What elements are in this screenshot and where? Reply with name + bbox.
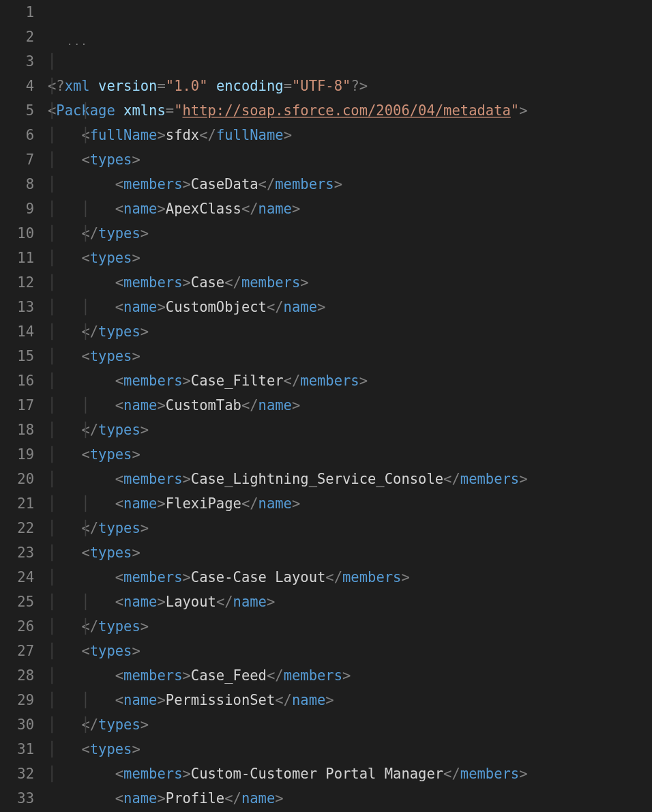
line-number: 9: [0, 197, 34, 221]
code-line[interactable]: </types>: [48, 418, 652, 442]
code-line[interactable]: <fullName>sfdx</fullName>: [48, 123, 652, 147]
code-line[interactable]: <Package xmlns="http://soap.sforce.com/2…: [48, 98, 652, 123]
code-line[interactable]: <types>: [48, 737, 652, 762]
line-number: 18: [0, 418, 34, 442]
line-number: 20: [0, 467, 34, 491]
line-number: 5: [0, 98, 34, 123]
code-content[interactable]: <?xml version="1.0" encoding="UTF-8"?><P…: [48, 74, 652, 812]
line-number: 4: [0, 74, 34, 98]
line-number: 14: [0, 319, 34, 344]
code-line[interactable]: <members>Case_Feed</members>: [48, 663, 652, 688]
code-line[interactable]: </types>: [48, 221, 652, 246]
code-line[interactable]: <name>PermissionSet</name>: [48, 688, 652, 712]
code-line[interactable]: <name>Layout</name>: [48, 590, 652, 614]
line-number: 13: [0, 295, 34, 319]
line-number: 17: [0, 393, 34, 418]
line-number: 31: [0, 737, 34, 762]
line-number-gutter: 1234567891011121314151617181920212223242…: [0, 0, 48, 812]
code-area[interactable]: │ │ │ │ │ │ │ │ │ │ │ │ │ │ │ │ │ │ │ │ …: [48, 0, 652, 812]
code-line[interactable]: <types>: [48, 246, 652, 270]
line-number: 12: [0, 270, 34, 295]
code-line[interactable]: <members>Case-Case Layout</members>: [48, 565, 652, 590]
line-number: 11: [0, 246, 34, 270]
code-line[interactable]: <members>CaseData</members>: [48, 172, 652, 197]
line-number: 2: [0, 25, 34, 49]
line-number: 3: [0, 49, 34, 74]
code-line[interactable]: <name>CustomObject</name>: [48, 295, 652, 319]
line-number: 28: [0, 663, 34, 688]
line-number: 6: [0, 123, 34, 147]
line-number: 27: [0, 639, 34, 663]
line-number: 23: [0, 540, 34, 565]
line-number: 24: [0, 565, 34, 590]
code-line[interactable]: <?xml version="1.0" encoding="UTF-8"?>: [48, 74, 652, 98]
code-line[interactable]: <members>Custom-Customer Portal Manager<…: [48, 762, 652, 786]
line-number: 25: [0, 590, 34, 614]
code-line[interactable]: <types>: [48, 147, 652, 172]
line-number: 32: [0, 762, 34, 786]
code-line[interactable]: <types>: [48, 639, 652, 663]
code-line[interactable]: <types>: [48, 442, 652, 467]
code-line[interactable]: </types>: [48, 614, 652, 639]
fold-indicator-icon: ···: [67, 40, 88, 49]
code-line[interactable]: <name>CustomTab</name>: [48, 393, 652, 418]
code-line[interactable]: <name>ApexClass</name>: [48, 197, 652, 221]
line-number: 15: [0, 344, 34, 368]
code-line[interactable]: <members>Case_Filter</members>: [48, 368, 652, 393]
line-number: 29: [0, 688, 34, 712]
code-line[interactable]: <members>Case</members>: [48, 270, 652, 295]
code-line[interactable]: <name>Profile</name>: [48, 786, 652, 811]
line-number: 10: [0, 221, 34, 246]
line-number: 7: [0, 147, 34, 172]
line-number: 22: [0, 516, 34, 540]
line-number: 21: [0, 491, 34, 516]
code-line[interactable]: </types>: [48, 516, 652, 540]
code-line[interactable]: </types>: [48, 319, 652, 344]
code-line[interactable]: <types>: [48, 540, 652, 565]
line-number: 33: [0, 786, 34, 811]
code-editor[interactable]: 1234567891011121314151617181920212223242…: [0, 0, 652, 812]
code-line[interactable]: <name>FlexiPage</name>: [48, 491, 652, 516]
line-number: 30: [0, 712, 34, 737]
code-line[interactable]: <members>Case_Lightning_Service_Console<…: [48, 467, 652, 491]
line-number: 19: [0, 442, 34, 467]
code-line[interactable]: <types>: [48, 344, 652, 368]
line-number: 1: [0, 0, 34, 25]
line-number: 16: [0, 368, 34, 393]
line-number: 26: [0, 614, 34, 639]
code-line[interactable]: </types>: [48, 712, 652, 737]
line-number: 8: [0, 172, 34, 197]
